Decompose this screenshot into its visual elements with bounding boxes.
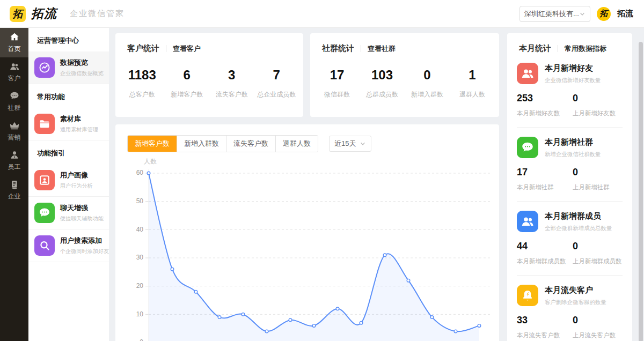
sidebar-item-title: 聊天增强 (60, 203, 107, 213)
stat-column: 1183总客户数 (120, 68, 165, 99)
search-icon (34, 235, 55, 256)
monthly-card-text: 本月新增社群新增企业微信社群数量 (545, 137, 604, 158)
data-point[interactable] (430, 316, 434, 319)
stat-label: 微信群数 (314, 90, 360, 99)
app-title: 企业微信管家 (70, 9, 125, 19)
sidebar-item-subtitle: 用户行为分析 (60, 182, 93, 190)
folder-icon (34, 114, 55, 134)
sidebar-item-title: 用户搜索添加 (60, 236, 113, 246)
nav-item-label: 社群 (8, 103, 21, 113)
monthly-stats-panel: 本月统计 常用数据指标 本月新增好友企业微信新增好友数量253本月新增好友数0上… (507, 33, 632, 341)
sidebar-item[interactable]: 数据预览企业微信数据概览 (28, 51, 109, 84)
sidebar-item-subtitle: 通用素材库管理 (60, 126, 98, 134)
stat-column: 103总群成员数 (360, 68, 405, 99)
view-customers-link[interactable]: 查看客户 (173, 44, 201, 54)
topbar: 拓 拓流 企业微信管家 深圳红栗科技有... 拓 拓流 (0, 0, 644, 28)
data-point[interactable] (383, 254, 386, 257)
nav-item-building[interactable]: 企业 (0, 175, 28, 205)
account-logo-icon[interactable]: 拓 (597, 7, 611, 21)
stat-value: 7 (254, 68, 299, 83)
nav-item-label: 营销 (8, 133, 21, 142)
stat-label: 新增客户数 (165, 90, 210, 99)
data-point[interactable] (454, 330, 457, 333)
monthly-value: 253 (517, 93, 573, 104)
monthly-card-values: 44本月新增群成员数0上月新增群成员数 (517, 241, 623, 266)
data-point[interactable] (336, 307, 339, 310)
vertical-scrollbar[interactable] (639, 42, 643, 341)
monthly-value-column: 0上月新增社群 (573, 167, 623, 192)
sidebar-item-text: 聊天增强便捷聊天辅助功能 (60, 203, 107, 223)
sidebar-item[interactable]: 聊天增强便捷聊天辅助功能 (28, 197, 109, 229)
monthly-value-label: 上月新增群成员数 (573, 257, 621, 265)
chart-toolbar: 新增客户数新增入群数流失客户数退群人数 近15天 (115, 124, 499, 152)
nav-item-label: 企业 (8, 192, 21, 201)
data-point[interactable] (147, 172, 150, 175)
monthly-value-column: 253本月新增好友数 (517, 93, 573, 118)
nav-item-home[interactable]: 首页 (0, 28, 28, 57)
nav-item-users[interactable]: 客户 (0, 57, 28, 87)
monthly-card: 本月流失客户客户删除企微客服的数量33本月流失客户数0上月流失客户数 (507, 285, 632, 341)
chat-icon (517, 137, 538, 158)
data-point[interactable] (194, 290, 197, 293)
primary-nav: 首页客户社群营销员工企业 (0, 28, 28, 341)
monthly-subtitle: 常用数据指标 (565, 44, 606, 54)
monthly-card-desc: 全部企微群新增成员总数量 (545, 224, 612, 232)
stat-value: 0 (405, 68, 450, 83)
view-groups-link[interactable]: 查看社群 (368, 44, 396, 54)
monthly-value-label: 本月新增群成员数 (517, 257, 570, 265)
monthly-card-values: 33本月流失客户数0上月流失客户数 (517, 315, 623, 340)
monthly-value-column: 0上月新增群成员数 (573, 241, 624, 266)
company-select[interactable]: 深圳红栗科技有... (519, 6, 590, 22)
sidebar-item-subtitle: 企业微信数据概览 (60, 70, 104, 77)
monthly-card-header: 本月新增社群新增企业微信社群数量 (517, 137, 623, 158)
users-icon (9, 61, 20, 72)
data-point[interactable] (407, 279, 410, 282)
data-point[interactable] (478, 324, 481, 328)
sidebar-item-text: 数据预览企业微信数据概览 (60, 58, 107, 77)
crown-icon (9, 120, 20, 131)
stat-column: 7总企业成员数 (254, 68, 299, 99)
date-range-select[interactable]: 近15天 (329, 136, 371, 152)
nav-item-crown[interactable]: 营销 (0, 116, 28, 146)
sidebar-item[interactable]: 素材库通用素材库管理 (28, 108, 109, 140)
sidebar-item[interactable]: 用户搜索添加个企微同时添加好友 (28, 229, 109, 262)
monthly-card-title: 本月新增好友 (545, 63, 604, 73)
svg-text:0: 0 (140, 338, 143, 341)
monthly-value: 33 (517, 315, 573, 326)
stat-label: 总客户数 (120, 90, 165, 99)
data-point[interactable] (218, 316, 221, 319)
nav-item-staff[interactable]: 员工 (0, 146, 28, 175)
chart-tab[interactable]: 新增客户数 (128, 136, 177, 152)
data-point[interactable] (265, 330, 268, 333)
data-point[interactable] (312, 324, 316, 328)
monthly-value-label: 上月新增社群 (573, 183, 620, 191)
staff-icon (9, 150, 20, 160)
stat-label: 新增入群数 (405, 90, 450, 99)
nav-item-chat[interactable]: 社群 (0, 87, 28, 116)
monthly-value-label: 上月新增好友数 (573, 109, 620, 117)
chart-tab[interactable]: 退群人数 (275, 136, 318, 152)
monthly-value-column: 0上月新增好友数 (573, 93, 623, 118)
svg-text:40: 40 (136, 226, 144, 233)
stat-column: 1退群人数 (450, 68, 495, 99)
data-point[interactable] (171, 268, 174, 271)
divider (517, 201, 623, 202)
svg-text:30: 30 (136, 254, 144, 261)
chart-tab[interactable]: 新增入群数 (177, 136, 226, 152)
stat-label: 流失客户数 (209, 90, 254, 99)
monthly-value: 44 (517, 241, 573, 252)
divider (166, 45, 166, 52)
data-point[interactable] (241, 313, 245, 316)
data-point[interactable] (360, 321, 363, 324)
nav-item-label: 员工 (8, 162, 21, 172)
nav-item-label: 首页 (8, 45, 21, 54)
chart-tab[interactable]: 流失客户数 (226, 136, 275, 152)
sidebar-item[interactable]: 用户画像用户行为分析 (28, 164, 109, 196)
nav-item-label: 客户 (8, 74, 21, 83)
topbar-right: 深圳红栗科技有... 拓 拓流 (519, 6, 633, 22)
monthly-value-column: 44本月新增群成员数 (517, 241, 573, 266)
monthly-value-column: 0上月流失客户数 (573, 315, 623, 340)
bell-icon (517, 285, 538, 306)
data-point[interactable] (289, 318, 292, 322)
monthly-value: 0 (573, 241, 624, 252)
